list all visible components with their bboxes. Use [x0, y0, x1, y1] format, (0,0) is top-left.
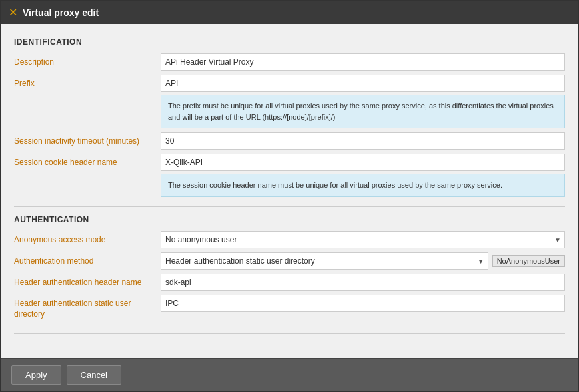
prefix-input[interactable] — [161, 75, 565, 92]
anonymous-access-field: No anonymous user Allow anonymous (requi… — [161, 231, 565, 248]
proxy-icon: ✕ — [9, 6, 17, 19]
session-cookie-group: Session cookie header name The session c… — [14, 154, 565, 197]
anonymous-access-select[interactable]: No anonymous user Allow anonymous (requi… — [161, 231, 565, 248]
auth-method-label: Authentication method — [14, 252, 161, 267]
session-timeout-input[interactable] — [161, 132, 565, 150]
prefix-field: The prefix must be unique for all virtua… — [161, 75, 565, 128]
prefix-info-box: The prefix must be unique for all virtua… — [161, 95, 565, 128]
anonymous-access-group: Anonymous access mode No anonymous user … — [14, 231, 565, 248]
prefix-label: Prefix — [14, 75, 161, 89]
dialog-footer: Apply Cancel — [1, 358, 578, 391]
header-auth-static-input[interactable] — [161, 295, 565, 312]
authentication-section-title: AUTHENTICATION — [14, 215, 565, 224]
header-auth-header-input[interactable] — [161, 274, 565, 291]
apply-button[interactable]: Apply — [11, 365, 61, 385]
session-timeout-label: Session inactivity timeout (minutes) — [14, 132, 161, 147]
cancel-button[interactable]: Cancel — [67, 365, 121, 385]
description-label: Description — [14, 53, 161, 68]
header-auth-header-label: Header authentication header name — [14, 274, 161, 288]
auth-method-group: Authentication method Header authenticat… — [14, 252, 565, 270]
section-divider — [14, 206, 565, 207]
description-group: Description — [14, 53, 565, 71]
header-auth-header-field — [161, 274, 565, 291]
virtual-proxy-edit-dialog: ✕ Virtual proxy edit IDENTIFICATION Desc… — [0, 0, 579, 392]
header-auth-static-label: Header authentication static user direct… — [14, 295, 161, 321]
header-auth-static-group: Header authentication static user direct… — [14, 295, 565, 321]
header-auth-static-field — [161, 295, 565, 312]
auth-method-select-wrapper: Header authentication static user direct… — [161, 252, 488, 270]
dialog-header: ✕ Virtual proxy edit — [1, 1, 578, 24]
session-cookie-info-box: The session cookie header name must be u… — [161, 174, 565, 197]
bottom-divider — [14, 333, 565, 334]
session-timeout-group: Session inactivity timeout (minutes) — [14, 132, 565, 150]
auth-method-select[interactable]: Header authentication static user direct… — [161, 252, 488, 270]
description-field — [161, 53, 565, 71]
description-input[interactable] — [161, 53, 565, 71]
session-timeout-field — [161, 132, 565, 150]
auth-method-tooltip: NoAnonymousUser — [492, 255, 565, 267]
dialog-title: Virtual proxy edit — [23, 7, 99, 18]
auth-method-field: Header authentication static user direct… — [161, 252, 565, 270]
dialog-body: IDENTIFICATION Description Prefix The pr… — [1, 24, 578, 358]
header-auth-header-group: Header authentication header name — [14, 274, 565, 291]
identification-section-title: IDENTIFICATION — [14, 37, 565, 47]
prefix-group: Prefix The prefix must be unique for all… — [14, 75, 565, 128]
anonymous-access-select-wrapper: No anonymous user Allow anonymous (requi… — [161, 231, 565, 248]
anonymous-access-label: Anonymous access mode — [14, 231, 161, 246]
session-cookie-input[interactable] — [161, 154, 565, 171]
session-cookie-label: Session cookie header name — [14, 154, 161, 168]
session-cookie-field: The session cookie header name must be u… — [161, 154, 565, 197]
